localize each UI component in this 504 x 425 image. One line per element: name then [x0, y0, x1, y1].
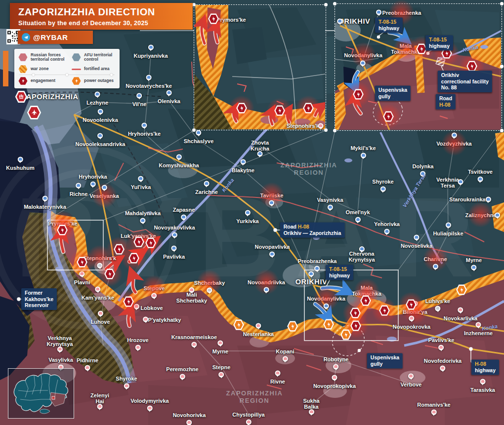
power-outage-icon [340, 329, 352, 341]
legend-item: engagement [18, 76, 72, 86]
map-callout: Orikhivcorrectional facilityNo. 88 [438, 71, 492, 92]
map-callout: T-08-15highway [375, 17, 403, 33]
engagement-icon [350, 320, 362, 332]
engagement-icon [360, 295, 372, 307]
engagement-icon [77, 257, 88, 268]
engagement-icon [208, 13, 219, 25]
engagement-icon [114, 244, 125, 255]
rybar-handle: @RYBAR [33, 33, 68, 41]
current-area-marker [52, 396, 55, 399]
map-callout: RoadH-08 [436, 94, 456, 109]
map-subtitle: Situation by the end of December 30, 202… [18, 20, 193, 27]
engagement-icon [353, 89, 364, 100]
legend-label: fortified area [84, 67, 110, 71]
map-callout: Road H-08Orikhiv — Zaporizhzhia [280, 222, 345, 237]
legend-label: engagement [31, 78, 55, 83]
fortified-line [72, 69, 81, 70]
aircraft-icon [27, 105, 42, 120]
engagement-icon [303, 103, 314, 114]
map-callout: T-08-15highway [326, 265, 353, 280]
engagement-icon [350, 308, 361, 319]
map-callout: Uspenivskagully [375, 85, 411, 101]
power-outage-icon [233, 319, 245, 331]
legend-label: AFU territorial control [84, 53, 120, 62]
engagement-icon [406, 299, 417, 310]
legend-ribbon [3, 51, 8, 86]
power-outage-hex [72, 77, 81, 85]
legend-item: war zone [18, 64, 72, 75]
engagement-hex [18, 77, 28, 85]
engagement-icon [466, 61, 478, 72]
afu-control-hex [72, 53, 81, 62]
legend-item: AFU territorial control [72, 52, 120, 63]
rybar-telegram-badge[interactable]: @RYBAR [18, 31, 93, 44]
svg-text:RYBAR: RYBAR [15, 174, 489, 301]
map-title: ZAPORIZHZHIA DIRECTION [18, 6, 193, 18]
map-callout: Uspenivskagully [367, 353, 403, 368]
legend-label: power outages [84, 78, 114, 83]
map-callout: H-08highway [471, 359, 499, 375]
region-watermark: ZAPORIZHZHIA REGION [281, 161, 337, 176]
power-outage-icon [456, 284, 467, 296]
engagement-icon [133, 236, 145, 248]
engagement-icon [274, 105, 286, 116]
engagement-icon [379, 305, 390, 316]
telegram-icon [22, 33, 30, 41]
situation-map: RYBAR [0, 0, 504, 425]
engagement-icon [383, 111, 394, 122]
power-outage-icon [287, 321, 298, 332]
missiles-icon [15, 90, 28, 103]
ukraine-minimap [8, 368, 74, 419]
map-legend: Russian forces territorial controlAFU te… [14, 49, 120, 88]
engagement-icon [123, 296, 134, 308]
legend-label: Russian forces territorial control [31, 53, 64, 62]
legend-item: fortified area [72, 64, 120, 75]
legend-item: Russian forces territorial control [18, 52, 72, 63]
map-callout: T-08-15highway [425, 35, 453, 50]
engagement-icon [57, 225, 68, 236]
power-outage-icon [323, 319, 335, 330]
map-callout: FormerKakhovs'keReservoir [21, 288, 57, 310]
engagement-icon [145, 237, 157, 249]
engagement-icon [128, 253, 140, 264]
legend-item: power outages [72, 76, 120, 86]
war-zone-hex [18, 65, 28, 74]
legend-label: war zone [31, 67, 48, 71]
inset-prymorske-stepnohirsk: Prymors'keStepnohirs'k [194, 4, 326, 130]
map-header: ZAPORIZHZHIA DIRECTION Situation by the … [10, 3, 193, 30]
inset-orikhiv: ORIKHIVPreobrazhenkaMala TokmachkaNovoda… [335, 3, 502, 131]
engagement-icon [104, 269, 116, 280]
engagement-icon [236, 103, 248, 114]
russian-control-hex [18, 53, 28, 62]
region-watermark: ZAPORIZHZHIA REGION [226, 389, 283, 404]
